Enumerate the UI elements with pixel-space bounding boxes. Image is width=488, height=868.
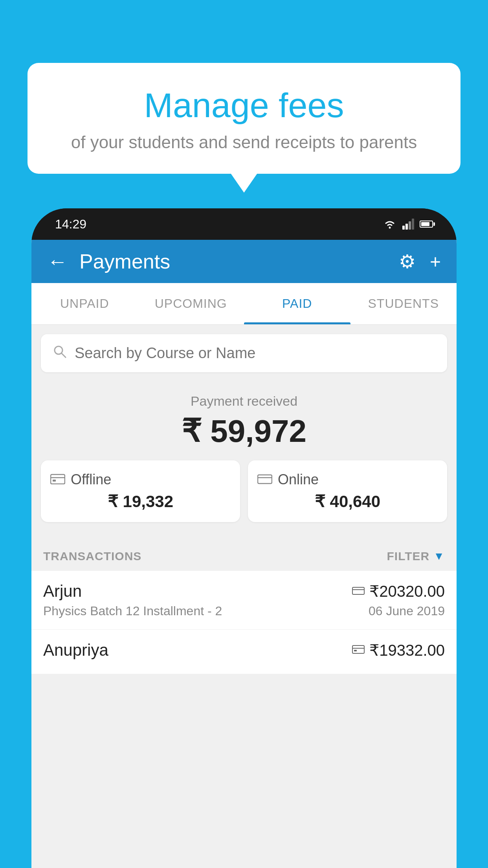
header-title: Payments xyxy=(79,250,170,273)
svg-rect-9 xyxy=(53,480,56,482)
transaction-row[interactable]: Anupriya ₹19332.00 xyxy=(31,630,457,674)
status-icons xyxy=(383,219,433,230)
transaction-row[interactable]: Arjun ₹20320.00 Physics Batch 12 Install… xyxy=(31,571,457,630)
transaction-amount: ₹20320.00 xyxy=(369,582,445,600)
tab-paid[interactable]: PAID xyxy=(244,283,350,324)
svg-point-0 xyxy=(389,227,391,229)
svg-rect-16 xyxy=(354,650,357,651)
transaction-amount-row: ₹19332.00 xyxy=(352,641,445,659)
offline-icon xyxy=(50,472,65,487)
add-button[interactable]: + xyxy=(430,251,441,272)
signal-icon xyxy=(402,219,414,230)
svg-rect-12 xyxy=(352,587,364,594)
transaction-description: Physics Batch 12 Installment - 2 xyxy=(43,604,222,618)
payment-received-label: Payment received xyxy=(31,394,457,409)
transaction-bottom: Physics Batch 12 Installment - 2 06 June… xyxy=(43,604,445,618)
filter-label: FILTER xyxy=(387,550,430,563)
transaction-top: Arjun ₹20320.00 xyxy=(43,582,445,601)
online-amount: ₹ 40,640 xyxy=(257,492,438,511)
offline-card: Offline ₹ 19,332 xyxy=(41,460,240,522)
online-icon xyxy=(257,472,272,487)
transaction-amount-row: ₹20320.00 xyxy=(352,582,445,600)
transaction-top: Anupriya ₹19332.00 xyxy=(43,641,445,660)
phone-notch xyxy=(228,208,260,224)
payment-total-amount: ₹ 59,972 xyxy=(31,413,457,449)
tab-students[interactable]: STUDENTS xyxy=(350,283,457,324)
online-card-header: Online xyxy=(257,471,438,488)
payment-summary: Payment received ₹ 59,972 Offline xyxy=(31,382,457,542)
online-card: Online ₹ 40,640 xyxy=(248,460,447,522)
transaction-name: Arjun xyxy=(43,582,82,601)
transaction-date: 06 June 2019 xyxy=(369,604,445,618)
transactions-header: TRANSACTIONS FILTER ▼ xyxy=(31,542,457,571)
phone-time: 14:29 xyxy=(55,217,86,232)
offline-label: Offline xyxy=(71,471,111,488)
tab-unpaid[interactable]: UNPAID xyxy=(31,283,138,324)
svg-rect-1 xyxy=(402,226,405,230)
search-icon xyxy=(53,344,67,362)
svg-rect-4 xyxy=(412,219,414,230)
back-button[interactable]: ← xyxy=(47,250,68,273)
online-label: Online xyxy=(278,471,319,488)
offline-amount: ₹ 19,332 xyxy=(50,492,231,511)
svg-rect-2 xyxy=(405,224,408,230)
payment-type-icon xyxy=(352,643,365,658)
svg-rect-10 xyxy=(258,475,272,484)
svg-rect-3 xyxy=(409,221,411,230)
app-header: ← Payments ⚙ + xyxy=(31,240,457,283)
transactions-label: TRANSACTIONS xyxy=(43,550,141,563)
svg-rect-14 xyxy=(352,645,364,653)
tab-upcoming[interactable]: UPCOMING xyxy=(138,283,244,324)
bubble-title: Manage fees xyxy=(47,86,441,125)
payment-cards: Offline ₹ 19,332 Online ₹ xyxy=(31,460,457,534)
settings-button[interactable]: ⚙ xyxy=(399,250,416,272)
header-right: ⚙ + xyxy=(399,250,441,272)
phone-frame: 14:29 xyxy=(31,208,457,868)
battery-icon xyxy=(420,221,433,228)
phone-screen: ← Payments ⚙ + UNPAID UPCOMING PAID STUD… xyxy=(31,240,457,868)
phone-status-bar: 14:29 xyxy=(31,208,457,240)
filter-button[interactable]: FILTER ▼ xyxy=(387,550,445,563)
offline-card-header: Offline xyxy=(50,471,231,488)
wifi-icon xyxy=(383,219,397,230)
search-input[interactable] xyxy=(75,345,435,362)
svg-rect-7 xyxy=(51,474,65,484)
svg-line-6 xyxy=(62,353,66,357)
transaction-name: Anupriya xyxy=(43,641,108,660)
transaction-amount: ₹19332.00 xyxy=(369,641,445,659)
tabs: UNPAID UPCOMING PAID STUDENTS xyxy=(31,283,457,325)
speech-bubble: Manage fees of your students and send re… xyxy=(28,63,460,174)
header-left: ← Payments xyxy=(47,250,170,273)
payment-type-icon xyxy=(352,584,365,599)
bubble-subtitle: of your students and send receipts to pa… xyxy=(47,132,441,152)
filter-icon: ▼ xyxy=(433,550,445,563)
search-bar[interactable] xyxy=(41,334,447,372)
